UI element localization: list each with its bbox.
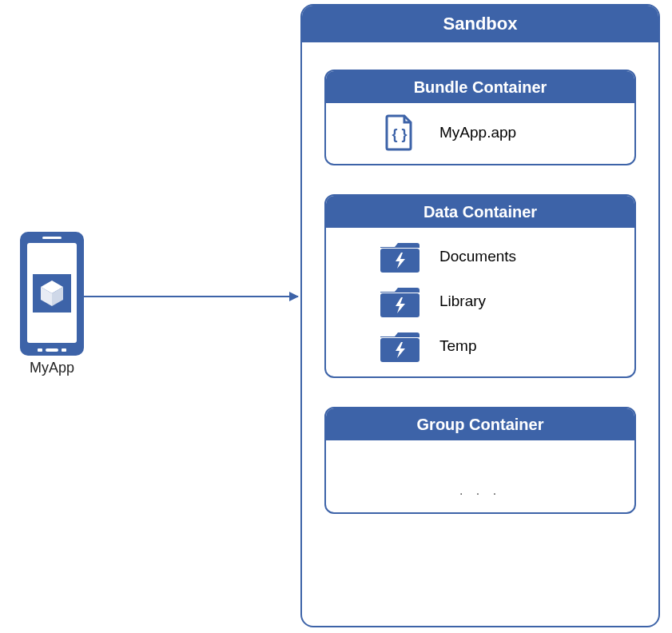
bundle-container-body: { } MyApp.app [326, 103, 634, 164]
bundle-item-row: { } MyApp.app [342, 114, 618, 151]
sandbox-body: Bundle Container { } MyApp.app Data Cont… [302, 42, 658, 530]
folder-lightning-icon [379, 239, 420, 274]
group-container-placeholder: . . . [326, 440, 634, 512]
app-label: MyApp [20, 360, 84, 376]
phone-nav-dot-icon [62, 348, 66, 352]
data-item-row: Documents [342, 239, 618, 274]
bundle-container: Bundle Container { } MyApp.app [324, 70, 636, 165]
bundle-container-title: Bundle Container [326, 71, 634, 103]
sandbox-container: Sandbox Bundle Container { } MyApp.app [300, 4, 660, 627]
phone-nav-dot-icon [38, 348, 42, 352]
folder-lightning-icon [379, 328, 420, 364]
phone-screen [27, 243, 77, 343]
data-item-label: Temp [439, 337, 476, 355]
bundle-item-label: MyApp.app [439, 124, 516, 141]
phone-speaker-icon [42, 237, 62, 239]
group-container: Group Container . . . [324, 407, 636, 514]
group-container-title: Group Container [326, 408, 634, 440]
data-item-row: Temp [342, 328, 618, 364]
svg-text:{ }: { } [392, 126, 407, 142]
app-cube-icon [33, 274, 71, 313]
data-container-body: Documents Library [326, 228, 634, 376]
arrow-app-to-sandbox [84, 296, 298, 297]
data-item-label: Documents [439, 248, 516, 265]
folder-lightning-icon [379, 284, 420, 319]
phone-device: MyApp [20, 232, 84, 356]
data-item-label: Library [439, 293, 486, 310]
sandbox-title: Sandbox [302, 6, 658, 42]
data-container: Data Container Documents [324, 194, 636, 378]
phone-nav-pill-icon [46, 348, 58, 352]
code-file-icon: { } [379, 114, 420, 151]
phone-bottom-bar [38, 344, 66, 356]
phone-top-bar [42, 232, 62, 243]
data-item-row: Library [342, 284, 618, 319]
data-container-title: Data Container [326, 196, 634, 228]
